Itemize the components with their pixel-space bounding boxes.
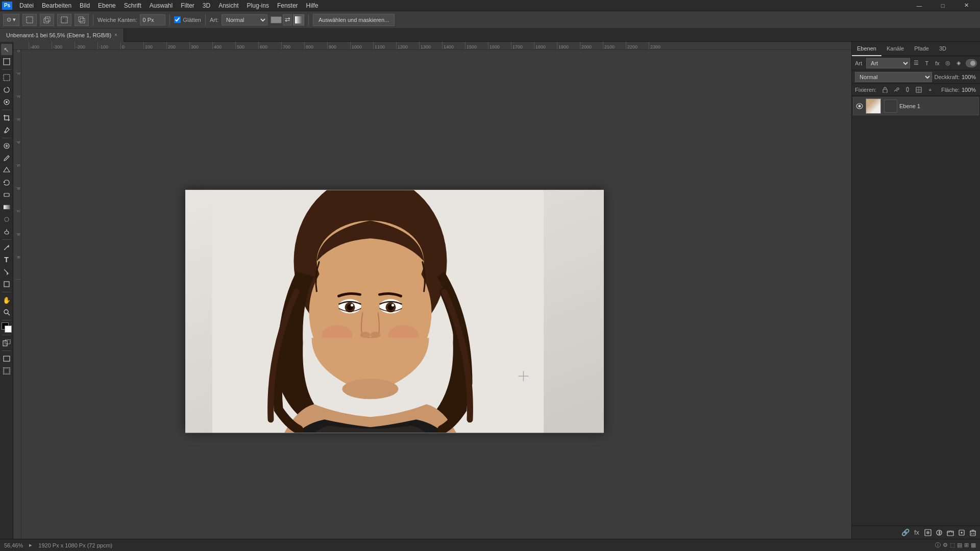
select-mask-button[interactable]: Auswählen und maskieren... xyxy=(313,14,395,26)
new-group-btn[interactable] xyxy=(945,528,955,538)
document-tab[interactable]: Unbenannt-1 bei 56,5% (Ebene 1, RGB/8) × xyxy=(0,29,124,42)
crop-tool-button[interactable] xyxy=(1,112,12,123)
dodge-tool-button[interactable] xyxy=(1,226,12,237)
quick-mask-button[interactable] xyxy=(1,337,12,348)
status-extra-btn[interactable]: ▤ xyxy=(957,542,962,548)
add-selection-button[interactable] xyxy=(40,14,54,26)
artboard-status-btn[interactable]: ⊞ xyxy=(964,542,969,548)
opacity-value: 100% xyxy=(962,74,977,80)
screen-mode-button[interactable] xyxy=(1,353,12,364)
menu-filter[interactable]: Filter xyxy=(177,1,199,10)
lock-all-btn[interactable]: + xyxy=(925,85,935,94)
lock-artboard-btn[interactable] xyxy=(914,85,923,94)
intersect-selection-button[interactable] xyxy=(75,14,89,26)
tab-ebenen[interactable]: Ebenen xyxy=(852,42,881,56)
tab-3d[interactable]: 3D xyxy=(934,42,951,56)
layer-type-select[interactable]: Art Pixel Anpassung xyxy=(866,58,910,68)
move-tool-button[interactable]: ↖ xyxy=(1,44,12,55)
effect-filter-btn[interactable]: fx xyxy=(933,59,942,68)
smart-filter-btn[interactable]: ◎ xyxy=(944,59,952,68)
new-adjustment-btn[interactable] xyxy=(934,528,944,538)
new-layer-btn[interactable] xyxy=(957,528,967,538)
art-select[interactable]: Normal xyxy=(222,14,267,26)
menu-plugins[interactable]: Plug-ins xyxy=(243,1,273,10)
lock-position-btn[interactable] xyxy=(903,85,912,94)
delete-layer-btn[interactable] xyxy=(968,528,978,538)
menu-ebene[interactable]: Ebene xyxy=(94,1,120,10)
eraser-tool-button[interactable] xyxy=(1,189,12,201)
history-brush-button[interactable] xyxy=(1,177,12,188)
swap-gradient-button[interactable]: ⇄ xyxy=(283,14,292,26)
gradient-tool-button[interactable] xyxy=(1,202,12,213)
document-tab-close[interactable]: × xyxy=(114,32,117,38)
marquee-tool-button[interactable] xyxy=(1,72,12,83)
pixel-filter-btn[interactable]: ☰ xyxy=(912,59,921,68)
foreground-background-colors[interactable] xyxy=(2,322,12,333)
eyedropper-button[interactable] xyxy=(1,124,12,136)
menu-hilfe[interactable]: Hilfe xyxy=(302,1,323,10)
workspace-btn[interactable]: ▦ xyxy=(971,542,976,548)
filter-toggle-btn[interactable] xyxy=(966,59,977,67)
layer-mask-thumbnail xyxy=(884,99,897,113)
spot-heal-button[interactable] xyxy=(1,140,12,152)
menu-auswahl[interactable]: Auswahl xyxy=(145,1,177,10)
menu-datei[interactable]: Datei xyxy=(15,1,38,10)
canvas-scroll[interactable] xyxy=(21,50,851,539)
art-label: Art: xyxy=(210,17,218,23)
window-close-button[interactable]: ✕ xyxy=(954,0,978,11)
color-filter-btn[interactable]: ◈ xyxy=(954,59,963,68)
background-color[interactable] xyxy=(5,325,12,333)
glatten-checkbox[interactable] xyxy=(174,16,181,23)
menu-bearbeiten[interactable]: Bearbeiten xyxy=(38,1,76,10)
svg-point-38 xyxy=(351,304,353,307)
add-mask-btn[interactable] xyxy=(923,528,933,538)
sep4 xyxy=(308,14,309,26)
lock-label: Fixieren: xyxy=(855,87,876,93)
pen-tool-button[interactable] xyxy=(1,242,12,253)
hand-tool-button[interactable]: ✋ xyxy=(1,294,12,306)
menu-schrift[interactable]: Schrift xyxy=(120,1,145,10)
zoom-tool-button[interactable] xyxy=(1,307,12,318)
clone-stamp-button[interactable] xyxy=(1,165,12,176)
menu-ansicht[interactable]: Ansicht xyxy=(214,1,242,10)
window-maximize-button[interactable]: □ xyxy=(931,0,954,11)
blur-tool-button[interactable] xyxy=(1,214,12,225)
shape-tool-button[interactable] xyxy=(1,279,12,290)
ruler-v-mark: 9 xyxy=(15,257,21,280)
screen-mode-full-button[interactable] xyxy=(1,365,12,377)
selection-path-button[interactable] xyxy=(1,266,12,278)
menu-3d[interactable]: 3D xyxy=(199,1,214,10)
window-minimize-button[interactable]: — xyxy=(908,0,931,11)
ruler-mark: 1400 xyxy=(442,42,465,49)
subtract-selection-button[interactable] xyxy=(57,14,71,26)
type-filter-btn[interactable]: T xyxy=(923,59,932,68)
lock-transparency-btn[interactable] xyxy=(880,85,890,94)
tool-sep-7 xyxy=(2,335,11,335)
status-info-btn[interactable]: ⓘ xyxy=(935,541,941,549)
menu-fenster[interactable]: Fenster xyxy=(273,1,302,10)
menu-bild[interactable]: Bild xyxy=(76,1,94,10)
ruler-mark: 1000 xyxy=(350,42,373,49)
status-settings-btn[interactable]: ⚙ xyxy=(943,542,948,548)
new-selection-button[interactable] xyxy=(22,14,37,26)
artboard-tool-button[interactable] xyxy=(1,56,12,67)
text-tool-button[interactable]: T xyxy=(1,254,12,265)
layer-visibility-toggle[interactable] xyxy=(855,102,864,110)
layer-style-btn[interactable]: fx xyxy=(912,528,922,538)
timeline-btn[interactable]: ⬚ xyxy=(950,542,955,548)
tool-preset-picker-button[interactable]: ⊙ ▾ xyxy=(3,14,19,26)
layer-thumbnail xyxy=(866,98,881,114)
blend-mode-select[interactable]: Normal xyxy=(855,72,932,82)
ruler-v-mark: 4 xyxy=(15,142,21,165)
tab-bar: Unbenannt-1 bei 56,5% (Ebene 1, RGB/8) × xyxy=(0,29,980,42)
layer-item[interactable]: Ebene 1 xyxy=(853,97,979,115)
tab-kanaele[interactable]: Kanäle xyxy=(881,42,909,56)
lock-pixels-btn[interactable] xyxy=(892,85,901,94)
brush-tool-button[interactable] xyxy=(1,153,12,164)
tab-pfade[interactable]: Pfade xyxy=(909,42,934,56)
link-layers-btn[interactable]: 🔗 xyxy=(900,528,911,538)
ruler-mark: -400 xyxy=(29,42,52,49)
lasso-tool-button[interactable] xyxy=(1,84,12,95)
weiche-kanten-input[interactable] xyxy=(140,14,165,26)
magic-wand-button[interactable] xyxy=(1,96,12,108)
